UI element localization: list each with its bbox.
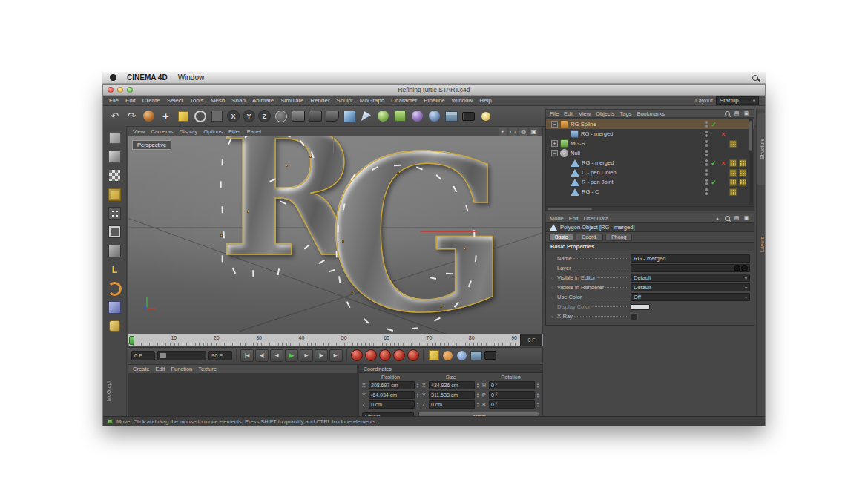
attribute-tab[interactable]: Phong bbox=[605, 234, 632, 241]
spline-point[interactable] bbox=[342, 240, 344, 243]
menu-item[interactable]: MoGraph bbox=[360, 97, 384, 104]
attribute-control[interactable]: Default bbox=[631, 274, 750, 282]
add-camera-icon[interactable] bbox=[461, 108, 476, 124]
stepper-icon[interactable] bbox=[536, 383, 539, 389]
menu-item[interactable]: Snap bbox=[231, 97, 246, 104]
stepper-icon[interactable] bbox=[536, 392, 539, 398]
object-manager-menu-item[interactable]: View bbox=[579, 111, 591, 117]
viewport-toggle-icon[interactable]: ▣ bbox=[530, 128, 538, 136]
power-slider-thumb[interactable] bbox=[160, 353, 166, 358]
redo-icon[interactable]: ↷ bbox=[124, 108, 139, 124]
add-deformer-icon[interactable] bbox=[410, 108, 425, 124]
object-name[interactable]: RG-Spline bbox=[571, 121, 596, 128]
stepper-icon[interactable] bbox=[416, 383, 419, 389]
macos-menu-window[interactable]: Window bbox=[178, 73, 205, 82]
spreadsheet-button[interactable] bbox=[470, 349, 482, 362]
viewport[interactable]: ViewCamerasDisplayOptionsFilterPanel +▭◎… bbox=[128, 126, 543, 334]
viewport-zoom-icon[interactable]: ▭ bbox=[509, 128, 517, 136]
keyframe-selection-button[interactable] bbox=[441, 349, 454, 362]
viewport-rotate-icon[interactable]: ◎ bbox=[519, 128, 527, 136]
go-to-start-button[interactable]: |◀ bbox=[240, 349, 254, 362]
object-manager-menu-item[interactable]: Objects bbox=[596, 111, 614, 117]
attribute-control[interactable] bbox=[631, 264, 750, 272]
record-position-button[interactable] bbox=[365, 349, 377, 361]
add-light-icon[interactable] bbox=[478, 108, 493, 124]
lock-x-axis-icon[interactable]: X bbox=[227, 110, 240, 122]
texture-tag-icon[interactable] bbox=[729, 188, 737, 196]
animation-dot-icon[interactable]: ○ bbox=[550, 314, 555, 319]
object-name[interactable]: RG - C bbox=[582, 188, 599, 195]
coordinate-field[interactable]: 434.936 cm bbox=[429, 381, 475, 389]
coordinate-field[interactable]: 0 cm bbox=[369, 400, 415, 409]
camera-label[interactable]: Perspective bbox=[132, 140, 171, 150]
render-settings-icon[interactable] bbox=[324, 108, 340, 124]
expander-icon[interactable]: + bbox=[551, 140, 558, 147]
extruded-letter-g[interactable]: G bbox=[327, 136, 510, 334]
coordinates-tab[interactable]: Coordinates bbox=[359, 365, 542, 373]
add-cube-icon[interactable] bbox=[341, 108, 357, 124]
apple-icon[interactable] bbox=[110, 74, 116, 81]
object-row[interactable]: + MG-S ✓ × bbox=[546, 139, 754, 148]
material-menu-item[interactable]: Create bbox=[133, 366, 150, 372]
expander-icon[interactable]: − bbox=[551, 150, 558, 156]
menu-item[interactable]: File bbox=[109, 97, 119, 104]
expander-icon[interactable] bbox=[562, 159, 568, 166]
texture-tag-icon[interactable] bbox=[729, 159, 737, 167]
normal-move-icon[interactable] bbox=[107, 281, 123, 296]
object-name[interactable]: RG - merged bbox=[582, 159, 614, 166]
undo-icon[interactable]: ↶ bbox=[107, 108, 122, 124]
viewport-menu-item[interactable]: Filter bbox=[228, 128, 241, 135]
texture-tag-icon[interactable] bbox=[729, 140, 737, 148]
points-mode-icon[interactable] bbox=[107, 205, 123, 220]
viewport-menu-item[interactable]: View bbox=[133, 128, 145, 135]
visibility-dots-icon[interactable] bbox=[705, 169, 708, 176]
last-tool-icon[interactable] bbox=[209, 108, 225, 124]
stepper-icon[interactable] bbox=[476, 383, 479, 389]
rotate-tool-icon[interactable] bbox=[192, 108, 208, 124]
am-panel-icon[interactable]: ▣ bbox=[743, 214, 750, 222]
vertical-panel-tab[interactable]: Structure bbox=[757, 113, 766, 185]
material-menu-item[interactable]: Texture bbox=[198, 366, 217, 372]
stepper-icon[interactable] bbox=[476, 402, 479, 408]
vertical-panel-tab[interactable]: Layers bbox=[757, 220, 766, 268]
make-editable-icon[interactable] bbox=[107, 131, 123, 145]
attribute-menu-item[interactable]: User Data bbox=[584, 215, 609, 222]
visibility-dots-icon[interactable] bbox=[705, 159, 708, 166]
menu-item[interactable]: Render bbox=[310, 97, 329, 104]
add-environment-icon[interactable] bbox=[427, 108, 442, 124]
attribute-control[interactable]: Default bbox=[631, 283, 750, 291]
visibility-dots-icon[interactable] bbox=[705, 140, 708, 147]
model-mode-icon[interactable] bbox=[107, 149, 123, 164]
window-title-bar[interactable]: Refining turtle START.c4d bbox=[103, 85, 765, 96]
record-rotation-button[interactable] bbox=[393, 349, 405, 361]
viewport-pan-icon[interactable]: + bbox=[499, 128, 507, 136]
coordinate-field[interactable]: 311.533 cm bbox=[429, 391, 475, 399]
spline-point[interactable] bbox=[247, 211, 249, 213]
object-row[interactable]: − Null ✓ × bbox=[546, 148, 754, 158]
attribute-control[interactable]: RG - merged bbox=[631, 254, 750, 263]
spline-point[interactable] bbox=[440, 306, 442, 308]
object-manager-menu-item[interactable]: Tags bbox=[620, 111, 632, 117]
om-filter-icon[interactable]: ▤ bbox=[733, 110, 740, 117]
menu-item[interactable]: Character bbox=[391, 97, 417, 104]
enabled-check-icon[interactable]: ✓ bbox=[710, 159, 717, 167]
attribute-control[interactable] bbox=[631, 304, 650, 310]
power-slider[interactable] bbox=[157, 351, 206, 360]
spline-point[interactable] bbox=[464, 248, 466, 250]
add-clone-icon[interactable] bbox=[444, 108, 459, 124]
macos-app-name[interactable]: CINEMA 4D bbox=[127, 73, 168, 82]
go-to-previous-frame-button[interactable]: ◀ bbox=[270, 349, 283, 362]
om-panel-icon[interactable]: ▣ bbox=[743, 110, 750, 117]
material-menu-item[interactable]: Function bbox=[171, 366, 192, 372]
scale-tool-icon[interactable] bbox=[175, 108, 191, 124]
snap-settings-icon[interactable] bbox=[107, 319, 123, 334]
object-tree-hscrollbar[interactable] bbox=[545, 207, 754, 211]
object-name[interactable]: RG - merged bbox=[581, 131, 613, 137]
texture-tag-icon[interactable] bbox=[739, 179, 746, 186]
stepper-icon[interactable] bbox=[416, 402, 419, 408]
stepper-icon[interactable] bbox=[416, 392, 419, 398]
lock-y-axis-icon[interactable]: Y bbox=[243, 110, 255, 122]
attribute-control[interactable] bbox=[631, 313, 638, 320]
add-spline-icon[interactable] bbox=[358, 108, 374, 124]
expander-icon[interactable]: − bbox=[551, 121, 558, 128]
